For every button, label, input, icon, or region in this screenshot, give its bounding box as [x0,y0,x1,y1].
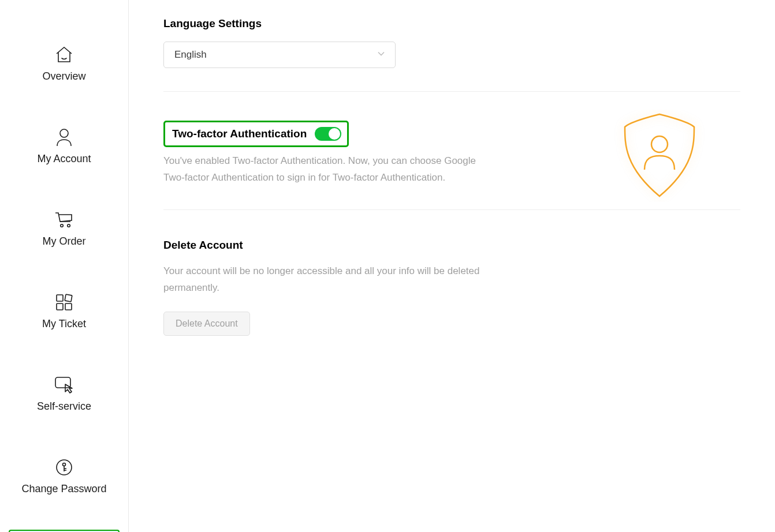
sidebar-item-label: Self-service [37,400,91,413]
sidebar-item-my-account[interactable]: My Account [9,117,120,175]
sidebar-item-overview[interactable]: Overview [9,35,120,93]
svg-rect-6 [65,304,72,310]
svg-point-1 [61,224,64,227]
user-icon [55,128,73,147]
key-icon [55,458,73,477]
cursor-icon [54,375,74,395]
language-settings-title: Language Settings [163,17,740,30]
cart-icon [54,210,74,230]
delete-account-description: Your account will be no longer accessibl… [163,263,498,297]
grid-icon [55,293,73,312]
svg-rect-5 [57,304,63,310]
toggle-knob [329,128,340,140]
sidebar-item-label: My Order [42,235,85,248]
svg-rect-4 [65,294,72,302]
sidebar-item-label: My Account [37,153,91,165]
two-factor-toggle[interactable] [315,127,341,141]
two-factor-description: You've enabled Two-factor Authentication… [163,153,498,186]
language-select[interactable]: English [163,42,396,68]
sidebar: Overview My Account My Order [0,0,129,532]
two-factor-highlight: Two-factor Authentication [163,121,349,147]
svg-point-2 [68,224,70,227]
svg-point-0 [60,129,68,137]
svg-point-11 [651,136,668,152]
sidebar-item-my-order[interactable]: My Order [9,200,120,258]
sidebar-item-my-ticket[interactable]: My Ticket [9,282,120,340]
language-selected-value: English [174,49,207,61]
delete-account-title: Delete Account [163,239,740,252]
sidebar-item-label: My Ticket [42,318,86,330]
svg-point-9 [63,463,66,466]
language-settings-section: Language Settings English [163,17,740,91]
sidebar-item-account-settings[interactable]: Account Settings [9,530,120,532]
chevron-down-icon [377,49,386,61]
sidebar-item-change-password[interactable]: Change Password [9,447,120,505]
delete-account-button[interactable]: Delete Account [163,312,250,336]
home-icon [54,45,74,65]
sidebar-item-label: Change Password [21,483,106,495]
main-content: Language Settings English Two-factor Aut… [129,0,775,532]
svg-rect-3 [57,295,63,301]
sidebar-item-self-service[interactable]: Self-service [9,365,120,423]
two-factor-title: Two-factor Authentication [172,128,307,140]
security-shield-icon [613,110,706,202]
delete-account-section: Delete Account Your account will be no l… [163,209,740,359]
sidebar-item-label: Overview [42,70,85,83]
